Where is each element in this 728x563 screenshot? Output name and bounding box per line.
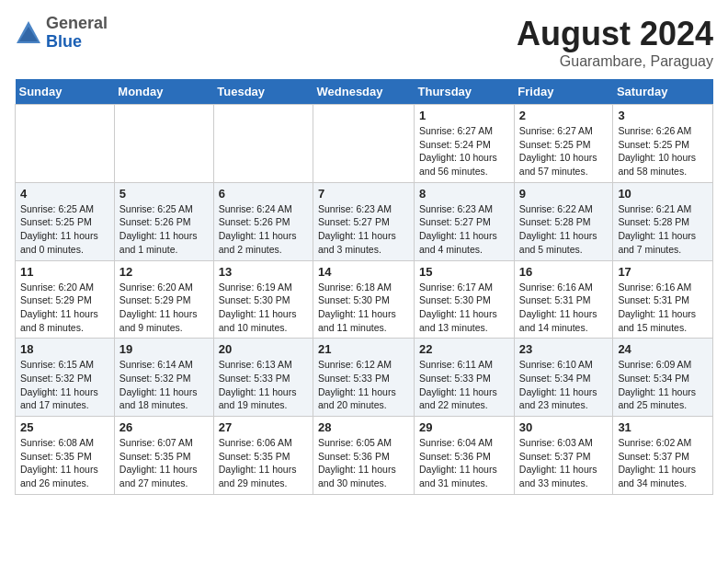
day-info: Sunrise: 6:25 AMSunset: 5:25 PMDaylight:… <box>20 202 109 257</box>
day-info: Sunrise: 6:26 AMSunset: 5:25 PMDaylight:… <box>618 124 708 178</box>
calendar-cell: 1 Sunrise: 6:27 AMSunset: 5:24 PMDayligh… <box>415 105 515 183</box>
page-header: General Blue August 2024 Guarambare, Par… <box>15 15 713 70</box>
day-info: Sunrise: 6:04 AMSunset: 5:36 PMDaylight:… <box>419 436 509 490</box>
calendar-cell: 14 Sunrise: 6:18 AMSunset: 5:30 PMDaylig… <box>313 260 415 339</box>
logo-general: General <box>46 15 108 33</box>
day-number: 31 <box>618 420 708 434</box>
day-info: Sunrise: 6:03 AMSunset: 5:37 PMDaylight:… <box>519 436 609 490</box>
day-number: 10 <box>618 187 708 201</box>
day-number: 13 <box>219 265 308 279</box>
day-number: 4 <box>20 187 109 201</box>
day-info: Sunrise: 6:05 AMSunset: 5:36 PMDaylight:… <box>318 436 409 490</box>
day-info: Sunrise: 6:25 AMSunset: 5:26 PMDaylight:… <box>119 202 209 257</box>
day-info: Sunrise: 6:24 AMSunset: 5:26 PMDaylight:… <box>219 202 308 257</box>
calendar-cell: 22 Sunrise: 6:11 AMSunset: 5:33 PMDaylig… <box>415 339 515 417</box>
day-info: Sunrise: 6:09 AMSunset: 5:34 PMDaylight:… <box>618 358 708 412</box>
calendar-cell <box>213 105 313 183</box>
logo-blue: Blue <box>46 33 108 52</box>
day-number: 19 <box>119 342 209 356</box>
month-year: August 2024 <box>517 15 713 53</box>
calendar-cell: 13 Sunrise: 6:19 AMSunset: 5:30 PMDaylig… <box>213 260 313 339</box>
day-info: Sunrise: 6:16 AMSunset: 5:31 PMDaylight:… <box>519 281 609 335</box>
calendar-cell: 11 Sunrise: 6:20 AMSunset: 5:29 PMDaylig… <box>16 260 115 339</box>
calendar-table: SundayMondayTuesdayWednesdayThursdayFrid… <box>15 79 713 495</box>
calendar-body: 1 Sunrise: 6:27 AMSunset: 5:24 PMDayligh… <box>16 105 713 495</box>
logo: General Blue <box>15 15 108 52</box>
weekday-header-monday: Monday <box>114 79 213 105</box>
day-info: Sunrise: 6:11 AMSunset: 5:33 PMDaylight:… <box>419 358 509 412</box>
day-number: 15 <box>419 265 509 279</box>
calendar-cell: 21 Sunrise: 6:12 AMSunset: 5:33 PMDaylig… <box>313 339 415 417</box>
calendar-week-3: 11 Sunrise: 6:20 AMSunset: 5:29 PMDaylig… <box>16 260 713 339</box>
day-info: Sunrise: 6:23 AMSunset: 5:27 PMDaylight:… <box>318 202 409 257</box>
calendar-cell: 17 Sunrise: 6:16 AMSunset: 5:31 PMDaylig… <box>613 260 713 339</box>
day-number: 14 <box>318 265 409 279</box>
calendar-week-2: 4 Sunrise: 6:25 AMSunset: 5:25 PMDayligh… <box>16 182 713 260</box>
calendar-cell: 30 Sunrise: 6:03 AMSunset: 5:37 PMDaylig… <box>514 417 613 495</box>
day-number: 11 <box>20 265 109 279</box>
day-info: Sunrise: 6:27 AMSunset: 5:25 PMDaylight:… <box>519 124 609 178</box>
day-info: Sunrise: 6:16 AMSunset: 5:31 PMDaylight:… <box>618 281 708 335</box>
day-number: 24 <box>618 342 708 356</box>
day-number: 16 <box>519 265 609 279</box>
day-info: Sunrise: 6:17 AMSunset: 5:30 PMDaylight:… <box>419 281 509 335</box>
logo-text: General Blue <box>46 15 108 52</box>
weekday-header-sunday: Sunday <box>16 79 115 105</box>
day-info: Sunrise: 6:21 AMSunset: 5:28 PMDaylight:… <box>618 202 708 257</box>
day-number: 27 <box>219 420 308 434</box>
day-info: Sunrise: 6:22 AMSunset: 5:28 PMDaylight:… <box>519 202 609 257</box>
day-number: 28 <box>318 420 409 434</box>
calendar-cell: 23 Sunrise: 6:10 AMSunset: 5:34 PMDaylig… <box>514 339 613 417</box>
day-number: 30 <box>519 420 609 434</box>
calendar-cell: 28 Sunrise: 6:05 AMSunset: 5:36 PMDaylig… <box>313 417 415 495</box>
day-info: Sunrise: 6:23 AMSunset: 5:27 PMDaylight:… <box>419 202 509 257</box>
calendar-cell: 29 Sunrise: 6:04 AMSunset: 5:36 PMDaylig… <box>415 417 515 495</box>
day-number: 3 <box>618 109 708 122</box>
calendar-cell: 24 Sunrise: 6:09 AMSunset: 5:34 PMDaylig… <box>613 339 713 417</box>
day-number: 6 <box>219 187 308 201</box>
day-info: Sunrise: 6:20 AMSunset: 5:29 PMDaylight:… <box>20 281 109 335</box>
calendar-cell: 9 Sunrise: 6:22 AMSunset: 5:28 PMDayligh… <box>514 182 613 260</box>
logo-icon <box>15 19 42 47</box>
day-info: Sunrise: 6:02 AMSunset: 5:37 PMDaylight:… <box>618 436 708 490</box>
day-info: Sunrise: 6:07 AMSunset: 5:35 PMDaylight:… <box>119 436 209 490</box>
weekday-header-wednesday: Wednesday <box>313 79 415 105</box>
day-number: 20 <box>219 342 308 356</box>
day-number: 1 <box>419 109 509 122</box>
calendar-cell: 2 Sunrise: 6:27 AMSunset: 5:25 PMDayligh… <box>514 105 613 183</box>
calendar-week-1: 1 Sunrise: 6:27 AMSunset: 5:24 PMDayligh… <box>16 105 713 183</box>
calendar-header: SundayMondayTuesdayWednesdayThursdayFrid… <box>16 79 713 105</box>
day-number: 23 <box>519 342 609 356</box>
calendar-cell: 12 Sunrise: 6:20 AMSunset: 5:29 PMDaylig… <box>114 260 213 339</box>
calendar-cell: 5 Sunrise: 6:25 AMSunset: 5:26 PMDayligh… <box>114 182 213 260</box>
calendar-cell: 16 Sunrise: 6:16 AMSunset: 5:31 PMDaylig… <box>514 260 613 339</box>
calendar-cell: 6 Sunrise: 6:24 AMSunset: 5:26 PMDayligh… <box>213 182 313 260</box>
day-number: 12 <box>119 265 209 279</box>
calendar-cell: 18 Sunrise: 6:15 AMSunset: 5:32 PMDaylig… <box>16 339 115 417</box>
day-number: 5 <box>119 187 209 201</box>
weekday-header-saturday: Saturday <box>613 79 713 105</box>
calendar-cell: 4 Sunrise: 6:25 AMSunset: 5:25 PMDayligh… <box>16 182 115 260</box>
weekday-header-tuesday: Tuesday <box>213 79 313 105</box>
calendar-cell: 3 Sunrise: 6:26 AMSunset: 5:25 PMDayligh… <box>613 105 713 183</box>
day-number: 17 <box>618 265 708 279</box>
calendar-cell: 27 Sunrise: 6:06 AMSunset: 5:35 PMDaylig… <box>213 417 313 495</box>
weekday-header-thursday: Thursday <box>415 79 515 105</box>
weekday-header-friday: Friday <box>514 79 613 105</box>
calendar-cell <box>16 105 115 183</box>
day-number: 25 <box>20 420 109 434</box>
calendar-week-5: 25 Sunrise: 6:08 AMSunset: 5:35 PMDaylig… <box>16 417 713 495</box>
calendar-cell: 26 Sunrise: 6:07 AMSunset: 5:35 PMDaylig… <box>114 417 213 495</box>
calendar-cell: 31 Sunrise: 6:02 AMSunset: 5:37 PMDaylig… <box>613 417 713 495</box>
header-row: SundayMondayTuesdayWednesdayThursdayFrid… <box>16 79 713 105</box>
calendar-cell: 19 Sunrise: 6:14 AMSunset: 5:32 PMDaylig… <box>114 339 213 417</box>
calendar-week-4: 18 Sunrise: 6:15 AMSunset: 5:32 PMDaylig… <box>16 339 713 417</box>
calendar-cell: 8 Sunrise: 6:23 AMSunset: 5:27 PMDayligh… <box>415 182 515 260</box>
day-info: Sunrise: 6:27 AMSunset: 5:24 PMDaylight:… <box>419 124 509 178</box>
day-number: 9 <box>519 187 609 201</box>
calendar-cell <box>313 105 415 183</box>
calendar-cell: 20 Sunrise: 6:13 AMSunset: 5:33 PMDaylig… <box>213 339 313 417</box>
day-number: 18 <box>20 342 109 356</box>
day-info: Sunrise: 6:10 AMSunset: 5:34 PMDaylight:… <box>519 358 609 412</box>
day-number: 21 <box>318 342 409 356</box>
